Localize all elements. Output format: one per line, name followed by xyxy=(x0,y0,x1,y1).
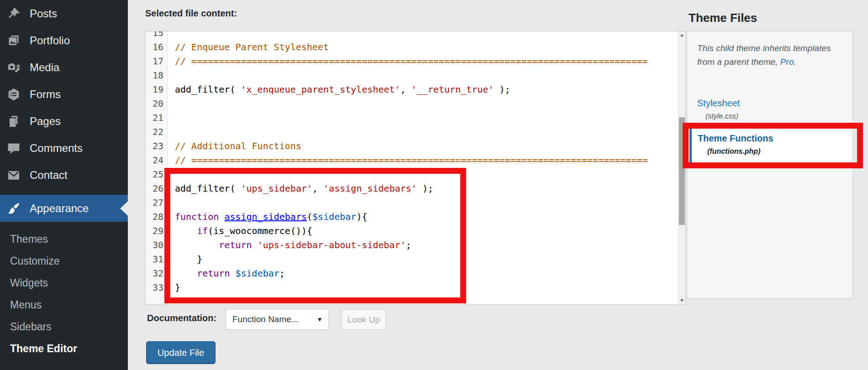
sidebar-item-appearance[interactable]: Appearance xyxy=(0,195,128,222)
media-icon xyxy=(7,61,21,74)
theme-files-panel: This child theme inherits templates from… xyxy=(687,31,853,299)
appearance-submenu: ThemesCustomizeWidgetsMenusSidebarsTheme… xyxy=(0,222,128,368)
code-line: 26add_filter( 'ups_sidebar', 'assign_sid… xyxy=(146,182,678,196)
submenu-item-customize[interactable]: Customize xyxy=(0,250,128,272)
code-line: 18 xyxy=(146,68,678,83)
code-text: return $sidebar; xyxy=(168,266,285,281)
theme-file-stylesheet: Stylesheet(style.css) xyxy=(697,98,740,120)
submenu-item-widgets[interactable]: Widgets xyxy=(0,272,128,294)
sidebar-item-label: Portfolio xyxy=(30,34,70,47)
line-number: 20 xyxy=(146,97,168,111)
code-line: 29 if(is_woocommerce()){ xyxy=(146,224,678,238)
update-file-button[interactable]: Update File xyxy=(146,341,216,364)
code-line: 33} xyxy=(146,281,678,295)
sidebar-item-label: Comments xyxy=(30,142,83,155)
code-text xyxy=(168,125,175,139)
pages-icon xyxy=(7,115,21,128)
file-name: (style.css) xyxy=(705,112,740,120)
editor-scrollbar[interactable]: ▲ ▼ xyxy=(678,31,685,304)
line-number: 18 xyxy=(146,68,168,83)
sidebar-item-portfolio[interactable]: Portfolio xyxy=(0,27,128,54)
line-number: 22 xyxy=(146,125,168,139)
scroll-down-icon[interactable]: ▼ xyxy=(679,297,685,304)
code-text: } xyxy=(168,252,202,266)
line-number: 25 xyxy=(146,167,168,182)
file-name: (functions.php) xyxy=(707,147,852,156)
submenu-item-sidebars[interactable]: Sidebars xyxy=(0,316,128,338)
scrollbar-thumb[interactable] xyxy=(679,117,685,225)
line-number: 30 xyxy=(146,238,168,252)
code-text xyxy=(168,196,175,210)
line-number: 32 xyxy=(146,266,168,281)
submenu-item-themes[interactable]: Themes xyxy=(0,228,128,250)
appearance-icon xyxy=(7,202,21,215)
line-number: 15 xyxy=(146,31,168,40)
code-line: 16// Enqueue Parent Stylesheet xyxy=(146,40,678,54)
main-content: Selected file content: 1516// Enqueue Pa… xyxy=(128,0,868,370)
line-number: 28 xyxy=(146,210,168,224)
documentation-label: Documentation: xyxy=(147,313,216,323)
code-lines: 1516// Enqueue Parent Stylesheet17// ===… xyxy=(146,31,678,295)
code-line: 24// ===================================… xyxy=(146,153,678,167)
theme-file-theme-functions: Theme Functions(functions.php) xyxy=(689,128,852,166)
code-text xyxy=(168,111,175,125)
line-number: 26 xyxy=(146,182,168,196)
look-up-button[interactable]: Look Up xyxy=(341,309,386,330)
sidebar-item-media[interactable]: Media xyxy=(0,54,128,81)
sidebar-item-forms[interactable]: Forms xyxy=(0,81,128,108)
contact-icon xyxy=(7,168,21,182)
code-text xyxy=(168,167,175,182)
scroll-up-icon[interactable]: ▲ xyxy=(679,31,685,39)
line-number: 24 xyxy=(146,153,168,167)
code-line: 30 return 'ups-sidebar-about-sidebar'; xyxy=(146,238,678,252)
sidebar-item-pages[interactable]: Pages xyxy=(0,108,128,135)
sidebar-item-label: Forms xyxy=(30,88,61,101)
documentation-select[interactable]: Function Name... ▼ xyxy=(226,309,329,330)
code-line: 23// Additional Functions xyxy=(146,139,678,153)
line-number: 23 xyxy=(146,139,168,153)
comments-icon xyxy=(7,141,21,155)
code-line: 28function assign_sidebars($sidebar){ xyxy=(146,210,678,224)
code-text xyxy=(168,68,175,83)
code-text: if(is_woocommerce()){ xyxy=(168,224,312,238)
file-link[interactable]: Theme Functions xyxy=(698,133,773,143)
code-text: // =====================================… xyxy=(168,153,648,167)
code-line: 27 xyxy=(146,196,678,210)
description-period: . xyxy=(794,57,796,67)
portfolio-icon xyxy=(7,34,21,47)
child-theme-description: This child theme inherits templates from… xyxy=(697,42,832,69)
code-text: return 'ups-sidebar-about-sidebar'; xyxy=(168,238,411,252)
line-number: 33 xyxy=(146,281,168,295)
code-line: 31 } xyxy=(146,252,678,266)
code-line: 15 xyxy=(146,31,678,40)
current-menu-arrow xyxy=(120,201,128,216)
code-line: 21 xyxy=(146,111,678,125)
selected-file-content-heading: Selected file content: xyxy=(145,8,237,19)
code-line: 22 xyxy=(146,125,678,139)
sidebar-item-contact[interactable]: Contact xyxy=(0,162,128,188)
line-number: 27 xyxy=(146,196,168,210)
code-line: 32 return $sidebar; xyxy=(146,266,678,281)
sidebar-item-comments[interactable]: Comments xyxy=(0,135,128,162)
code-text: add_filter( 'ups_sidebar', 'assign_sideb… xyxy=(168,182,433,196)
code-text: // =====================================… xyxy=(168,54,648,68)
parent-theme-link[interactable]: Pro xyxy=(780,57,794,67)
theme-files-title: Theme Files xyxy=(689,11,757,25)
admin-sidebar: PostsPortfolioMediaFormsPagesCommentsCon… xyxy=(0,0,128,370)
code-text: add_filter( 'x_enqueue_parent_stylesheet… xyxy=(168,83,510,97)
file-link[interactable]: Stylesheet xyxy=(697,98,740,108)
chevron-down-icon: ▼ xyxy=(316,316,323,323)
forms-icon xyxy=(7,88,21,101)
code-editor[interactable]: 1516// Enqueue Parent Stylesheet17// ===… xyxy=(145,31,686,305)
sidebar-item-label: Contact xyxy=(30,169,68,182)
sidebar-item-posts[interactable]: Posts xyxy=(0,0,128,27)
menu-separator xyxy=(0,188,128,195)
submenu-item-menus[interactable]: Menus xyxy=(0,294,128,316)
line-number: 19 xyxy=(146,83,168,97)
code-text: // Enqueue Parent Stylesheet xyxy=(168,40,329,54)
code-text: } xyxy=(168,281,180,295)
code-line: 17// ===================================… xyxy=(146,54,678,68)
sidebar-item-label: Appearance xyxy=(30,202,89,215)
pin-icon xyxy=(7,7,21,21)
submenu-item-theme-editor[interactable]: Theme Editor xyxy=(0,338,128,360)
